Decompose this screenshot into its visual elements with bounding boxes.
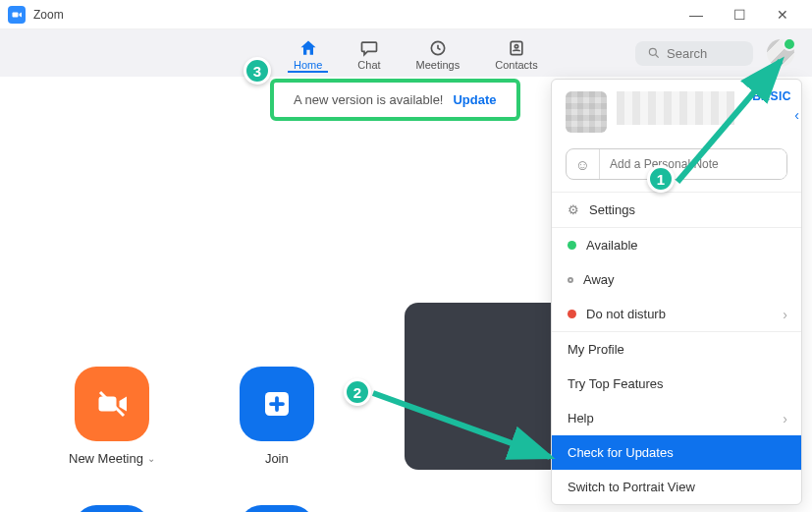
status-available-label: Available <box>586 238 638 253</box>
chevron-down-icon: ⌄ <box>147 453 155 464</box>
status-dot-dnd <box>568 310 576 318</box>
profile-large-avatar <box>566 91 607 133</box>
status-dot-green <box>568 241 576 250</box>
menu-portrait-label: Switch to Portrait View <box>568 480 695 494</box>
gear-icon: ⚙ <box>568 202 579 217</box>
minimize-button[interactable]: — <box>675 1 718 28</box>
menu-settings-label: Settings <box>589 202 635 217</box>
menu-check-updates[interactable]: Check for Updates <box>552 435 801 470</box>
menu-check-updates-label: Check for Updates <box>568 445 674 460</box>
update-banner-text: A new version is available! <box>294 92 443 107</box>
emoji-icon[interactable]: ☺ <box>567 149 600 179</box>
svg-point-4 <box>649 48 656 55</box>
tab-chat-label: Chat <box>357 59 380 71</box>
top-nav: Home Chat Meetings Contacts Search <box>0 29 812 77</box>
menu-try-features-label: Try Top Features <box>568 376 664 391</box>
update-banner: A new version is available! Update <box>270 79 520 121</box>
menu-my-profile-label: My Profile <box>568 342 624 357</box>
tab-contacts[interactable]: Contacts <box>489 34 543 73</box>
status-available[interactable]: Available <box>552 228 801 262</box>
share-screen-button[interactable] <box>240 505 314 512</box>
new-meeting-label[interactable]: New Meeting ⌄ <box>69 451 155 466</box>
profile-name-redacted <box>617 91 734 125</box>
status-dnd[interactable]: Do not disturb › <box>552 297 801 331</box>
tab-meetings-label: Meetings <box>416 59 460 71</box>
callout-1: 1 <box>647 165 675 193</box>
status-dnd-label: Do not disturb <box>586 307 666 321</box>
chevron-right-icon: › <box>783 411 787 427</box>
search-icon <box>647 46 661 60</box>
join-label: Join <box>265 451 289 466</box>
tab-chat[interactable]: Chat <box>352 34 386 73</box>
window-title: Zoom <box>33 8 675 22</box>
chevron-right-icon: › <box>783 307 787 322</box>
svg-point-3 <box>514 44 517 47</box>
callout-3: 3 <box>244 57 271 85</box>
zoom-app-icon <box>8 6 26 24</box>
menu-my-profile[interactable]: My Profile <box>552 332 801 367</box>
join-button[interactable] <box>240 367 314 441</box>
personal-note-input[interactable] <box>600 149 786 179</box>
new-meeting-text: New Meeting <box>69 451 143 466</box>
dropdown-header: BASIC ‹ <box>552 80 801 144</box>
tab-home[interactable]: Home <box>288 34 328 73</box>
tab-contacts-label: Contacts <box>495 59 537 71</box>
menu-help-label: Help <box>568 411 594 426</box>
personal-note-field[interactable]: ☺ <box>566 148 787 180</box>
video-off-icon <box>94 386 130 422</box>
menu-try-features[interactable]: Try Top Features <box>552 367 801 401</box>
menu-portrait-view[interactable]: Switch to Portrait View <box>552 470 801 504</box>
action-grid: New Meeting ⌄ Join 19 <box>69 367 320 512</box>
tab-meetings[interactable]: Meetings <box>410 34 466 73</box>
callout-2: 2 <box>344 378 371 406</box>
menu-settings[interactable]: ⚙ Settings <box>552 193 801 227</box>
titlebar: Zoom — ☐ ✕ <box>0 0 812 29</box>
profile-avatar[interactable] <box>767 39 794 67</box>
svg-rect-0 <box>13 12 19 17</box>
maximize-button[interactable]: ☐ <box>718 1 761 28</box>
menu-help[interactable]: Help › <box>552 401 801 435</box>
plan-badge: BASIC <box>752 89 791 103</box>
status-away[interactable]: Away <box>552 262 801 297</box>
schedule-button[interactable]: 19 <box>75 505 149 512</box>
tab-home-label: Home <box>294 59 322 71</box>
chevron-left-icon[interactable]: ‹ <box>794 107 799 123</box>
new-meeting-button[interactable] <box>75 367 149 441</box>
status-away-label: Away <box>583 272 615 287</box>
close-button[interactable]: ✕ <box>761 1 804 28</box>
status-dot-away <box>568 277 573 283</box>
update-link[interactable]: Update <box>453 92 496 107</box>
plus-icon <box>259 386 295 422</box>
search-input[interactable]: Search <box>635 41 753 66</box>
search-placeholder: Search <box>667 46 707 61</box>
profile-dropdown: BASIC ‹ ☺ ⚙ Settings Available Away Do n… <box>551 79 802 505</box>
